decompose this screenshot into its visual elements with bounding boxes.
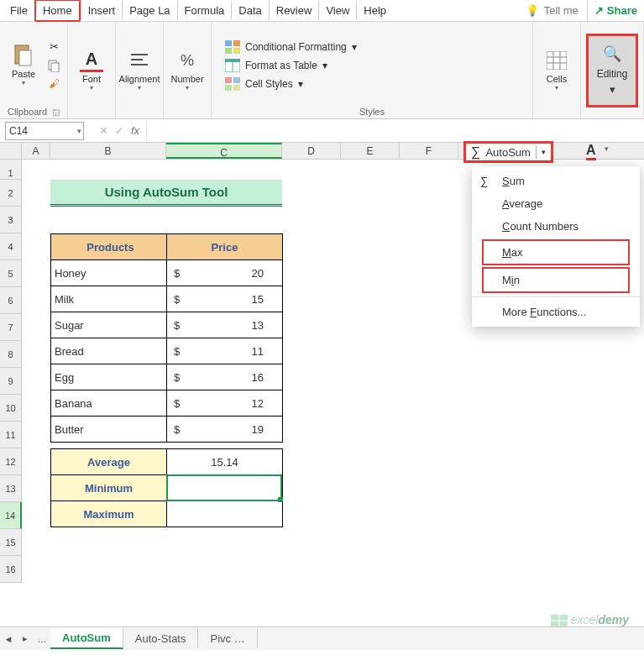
svg-rect-15: [233, 77, 240, 83]
row-header[interactable]: 4: [0, 233, 22, 260]
tab-data[interactable]: Data: [231, 1, 268, 20]
chevron-down-icon: ▾: [90, 84, 93, 92]
tab-file[interactable]: File: [3, 1, 34, 20]
cell-styles-button[interactable]: Cell Styles▾: [222, 76, 360, 92]
col-header-d[interactable]: D: [282, 143, 341, 159]
tab-help[interactable]: Help: [356, 1, 393, 20]
price-cell[interactable]: $12: [167, 390, 283, 417]
row-header[interactable]: 5: [0, 260, 22, 287]
price-cell[interactable]: $13: [167, 312, 283, 338]
font-icon: A: [80, 49, 103, 72]
fx-icon[interactable]: fx: [131, 124, 146, 137]
product-cell[interactable]: Milk: [51, 286, 167, 312]
price-cell[interactable]: $16: [167, 364, 283, 390]
svg-rect-14: [225, 77, 232, 83]
accept-formula-icon[interactable]: ✓: [115, 124, 124, 137]
number-button[interactable]: % Number ▾: [169, 41, 206, 100]
chevron-down-icon: ▾: [298, 78, 303, 90]
product-cell[interactable]: Egg: [51, 364, 167, 390]
formula-input[interactable]: [146, 122, 644, 140]
row-header[interactable]: 13: [0, 475, 22, 502]
menu-sum[interactable]: ∑Sum: [472, 170, 640, 192]
editing-label: Editing: [597, 68, 628, 80]
font-color-icon[interactable]: A: [586, 143, 596, 160]
row-header[interactable]: 15: [0, 529, 22, 556]
autosum-menu: ∑Sum Average Count Numbers Max Min More …: [472, 166, 640, 327]
tab-review[interactable]: Review: [269, 1, 319, 20]
row-header[interactable]: 14: [0, 502, 22, 529]
cells-button[interactable]: Cells ▾: [538, 41, 575, 100]
col-header-e[interactable]: E: [341, 143, 400, 159]
tab-home[interactable]: Home: [34, 0, 81, 22]
row-header[interactable]: 2: [0, 180, 22, 207]
tab-view[interactable]: View: [318, 1, 356, 20]
cell-styles-label: Cell Styles: [245, 78, 293, 90]
cancel-formula-icon[interactable]: ✕: [99, 124, 108, 137]
search-icon: 🔍: [603, 45, 621, 63]
cut-button[interactable]: ✂: [45, 39, 62, 55]
product-cell[interactable]: Butter: [51, 417, 167, 443]
price-cell[interactable]: $11: [167, 338, 283, 364]
product-cell[interactable]: Bread: [51, 338, 167, 364]
row-header[interactable]: 10: [0, 395, 22, 422]
paste-button[interactable]: Paste ▾: [5, 36, 42, 95]
average-value[interactable]: 15.14: [167, 449, 283, 475]
price-cell[interactable]: $20: [167, 260, 283, 286]
menu-count[interactable]: Count Numbers: [472, 215, 640, 238]
row-header[interactable]: 6: [0, 287, 22, 314]
tab-insert[interactable]: Insert: [81, 1, 123, 20]
paste-icon: [12, 44, 35, 67]
alignment-button[interactable]: Alignment ▾: [121, 41, 158, 100]
tab-nav-more[interactable]: …: [34, 634, 50, 644]
conditional-formatting-button[interactable]: Conditional Formatting▾: [222, 39, 360, 55]
table-row: Sugar $13: [51, 312, 283, 338]
format-as-table-button[interactable]: Format as Table▾: [222, 57, 360, 74]
summary-table: Average15.14 Minimum Maximum: [50, 448, 283, 527]
col-header-a[interactable]: A: [22, 143, 50, 159]
row-header[interactable]: 11: [0, 422, 22, 448]
product-cell[interactable]: Sugar: [51, 312, 167, 338]
menu-max[interactable]: Max: [482, 239, 630, 265]
editing-button[interactable]: 🔍 Editing ▾: [586, 34, 638, 107]
tab-formulas[interactable]: Formula: [177, 1, 232, 20]
row-header[interactable]: 8: [0, 341, 22, 368]
row-header[interactable]: 1: [0, 160, 22, 180]
autosum-split-button[interactable]: ∑ AutoSum ▾: [463, 141, 553, 163]
row-header[interactable]: 7: [0, 314, 22, 341]
select-all-corner[interactable]: [0, 143, 22, 159]
menu-average[interactable]: Average: [472, 192, 640, 215]
menu-min[interactable]: Min: [482, 267, 630, 293]
brush-icon: 🖌: [49, 77, 60, 90]
row-header[interactable]: 9: [0, 368, 22, 395]
price-cell[interactable]: $19: [167, 417, 283, 443]
sheet-tab-autosum[interactable]: AutoSum: [50, 628, 123, 649]
menu-more-functions[interactable]: More Functions...: [472, 301, 640, 323]
product-cell[interactable]: Banana: [51, 390, 167, 417]
sheet-tab-pivc[interactable]: Pivc …: [198, 629, 257, 648]
format-painter-button[interactable]: 🖌: [45, 76, 62, 92]
sheet-tab-autostats[interactable]: Auto-Stats: [123, 629, 199, 648]
font-button[interactable]: A Font ▾: [73, 41, 110, 100]
watermark-text-a: excel: [571, 613, 599, 626]
sigma-icon: ∑: [480, 175, 488, 187]
tab-page-layout[interactable]: Page La: [122, 1, 176, 20]
tell-me[interactable]: 💡 Tell me: [517, 4, 587, 17]
col-header-c[interactable]: C: [166, 143, 282, 159]
products-table: Products Price Honey $20Milk $15Sugar $1…: [50, 233, 283, 443]
col-header-f[interactable]: F: [400, 143, 458, 159]
tab-nav-first[interactable]: ◄: [0, 634, 17, 644]
row-header[interactable]: 12: [0, 448, 22, 475]
sheet-tabs: ◄ ▸ … AutoSum Auto-Stats Pivc …: [0, 626, 644, 650]
name-box[interactable]: C14 ▾: [5, 122, 84, 140]
product-cell[interactable]: Honey: [51, 260, 167, 286]
row-header[interactable]: 3: [0, 207, 22, 233]
share-button[interactable]: ↗ Share: [587, 0, 644, 21]
copy-button[interactable]: [45, 57, 62, 74]
price-cell[interactable]: $15: [167, 286, 283, 312]
dialog-launcher-icon[interactable]: ◲: [52, 107, 60, 117]
col-header-b[interactable]: B: [50, 143, 166, 159]
row-header[interactable]: 16: [0, 556, 22, 583]
tab-nav-prev[interactable]: ▸: [17, 633, 34, 644]
maximum-value[interactable]: [167, 501, 283, 527]
minimum-value[interactable]: [167, 475, 283, 501]
